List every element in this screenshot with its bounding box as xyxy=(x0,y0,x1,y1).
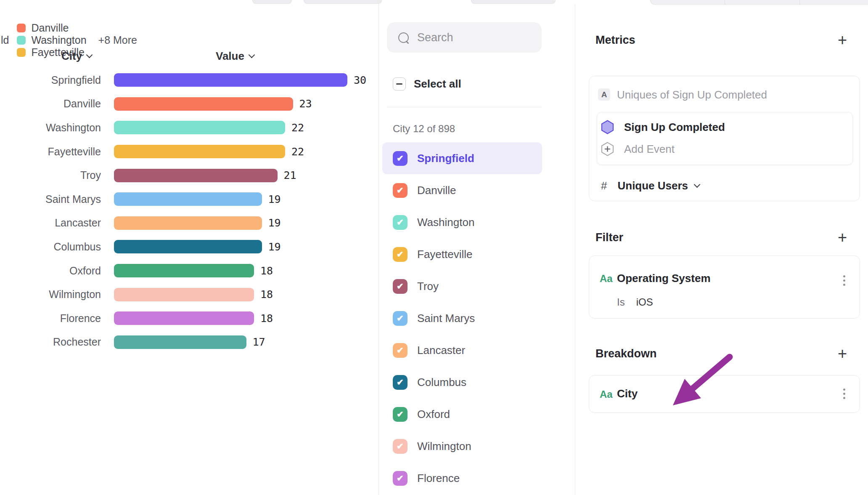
legend-item[interactable]: Washington xyxy=(17,34,86,46)
city-option[interactable]: ✔Troy xyxy=(382,270,542,302)
city-selector-panel: Search Select all City 12 of 898 ✔Spring… xyxy=(378,4,575,495)
chart-row: Saint Marys19 xyxy=(0,187,378,211)
city-checkbox[interactable]: ✔ xyxy=(393,343,408,358)
city-checkbox[interactable]: ✔ xyxy=(393,407,408,422)
chart-row: Wilmington18 xyxy=(0,282,378,306)
bar-value-label: 19 xyxy=(268,241,281,253)
kebab-menu-icon[interactable] xyxy=(842,387,847,401)
toolbar-chip xyxy=(304,0,382,4)
value-bar[interactable] xyxy=(114,145,285,158)
add-filter-button[interactable]: + xyxy=(834,229,851,246)
add-event-row[interactable]: Add Event xyxy=(601,139,675,159)
breakdown-section-title: Breakdown xyxy=(595,347,657,360)
city-option[interactable]: ✔Springfield xyxy=(382,142,542,174)
city-checkbox[interactable]: ✔ xyxy=(393,215,408,230)
city-option[interactable]: ✔Saint Marys xyxy=(382,302,542,334)
city-checkbox[interactable]: ✔ xyxy=(393,151,408,166)
city-option[interactable]: ✔Lancaster xyxy=(382,334,542,366)
city-checkbox[interactable]: ✔ xyxy=(393,471,408,486)
checkmark-icon: ✔ xyxy=(397,186,404,194)
city-option[interactable]: ✔Columbus xyxy=(382,366,542,398)
value-bar[interactable] xyxy=(114,335,246,349)
filter-condition-row[interactable]: Is iOS xyxy=(617,296,653,308)
chart-row: Troy21 xyxy=(0,163,378,187)
city-checkbox[interactable]: ✔ xyxy=(393,375,408,390)
add-breakdown-button[interactable]: + xyxy=(834,346,851,362)
value-bar[interactable] xyxy=(114,121,285,134)
checkmark-icon: ✔ xyxy=(397,410,404,418)
legend-swatch-icon xyxy=(17,36,26,45)
breakdown-property-label[interactable]: City xyxy=(617,387,638,400)
bar-value-label: 19 xyxy=(268,193,281,205)
filter-property-label[interactable]: Operating System xyxy=(617,272,711,285)
sort-header-value[interactable]: Value xyxy=(216,50,254,63)
city-header-label: City xyxy=(61,50,82,63)
legend-label: Washington xyxy=(31,34,86,46)
city-checkbox[interactable]: ✔ xyxy=(393,439,408,454)
chart-row: Lancaster19 xyxy=(0,211,378,235)
value-bar[interactable] xyxy=(114,240,262,253)
city-option-label: Washington xyxy=(417,216,474,229)
divider xyxy=(387,107,542,107)
result-count-label: City 12 of 898 xyxy=(393,123,455,135)
filter-section-title: Filter xyxy=(595,231,623,244)
chevron-down-icon xyxy=(86,52,93,59)
value-bar[interactable] xyxy=(114,288,254,301)
legend-more-label[interactable]: +8 More xyxy=(98,34,137,46)
legend-item[interactable]: Danville xyxy=(17,22,86,34)
checkmark-icon: ✔ xyxy=(397,474,404,482)
chart-row: Oxford18 xyxy=(0,259,378,283)
value-bar[interactable] xyxy=(114,216,262,230)
city-checkbox[interactable]: ✔ xyxy=(393,311,408,326)
city-checkbox[interactable]: ✔ xyxy=(393,247,408,262)
value-bar[interactable] xyxy=(114,73,347,87)
bar-value-label: 22 xyxy=(291,122,304,134)
bar-chart: Springfield30Danville23Washington22Fayet… xyxy=(0,68,378,354)
chart-row: Florence18 xyxy=(0,306,378,330)
filter-card: Aa Operating System Is iOS xyxy=(589,255,860,319)
chart-city-label: Oxford xyxy=(0,265,101,277)
sort-header-city[interactable]: City xyxy=(61,50,92,63)
measure-dropdown[interactable]: # Unique Users xyxy=(601,177,699,194)
bar-value-label: 18 xyxy=(260,288,273,301)
checkmark-icon: ✔ xyxy=(397,282,404,290)
bar-value-label: 18 xyxy=(260,312,273,325)
filter-operator-label[interactable]: Is xyxy=(617,296,625,308)
city-checkbox[interactable]: ✔ xyxy=(393,183,408,198)
value-bar[interactable] xyxy=(114,264,254,277)
select-all-checkbox[interactable] xyxy=(393,77,406,90)
city-option[interactable]: ✔Florence xyxy=(382,462,542,494)
add-metric-button[interactable]: + xyxy=(834,32,851,49)
chart-row: Rochester17 xyxy=(0,330,378,354)
city-option-label: Lancaster xyxy=(417,344,465,357)
toolbar-chip xyxy=(471,0,556,4)
event-row[interactable]: Sign Up Completed xyxy=(601,117,725,137)
city-option[interactable]: ✔Washington xyxy=(382,206,542,238)
value-bar[interactable] xyxy=(114,192,262,206)
add-event-label: Add Event xyxy=(624,143,675,156)
city-option[interactable]: ✔Wilmington xyxy=(382,430,542,462)
select-all-row[interactable]: Select all xyxy=(393,77,461,90)
search-input[interactable]: Search xyxy=(387,22,542,53)
value-bar[interactable] xyxy=(114,169,278,182)
value-bar[interactable] xyxy=(114,311,254,325)
city-option-label: Springfield xyxy=(417,152,474,165)
add-event-hexagon-icon xyxy=(601,142,614,156)
chart-row: Springfield30 xyxy=(0,68,378,92)
city-option[interactable]: ✔Oxford xyxy=(382,398,542,430)
bar-value-label: 23 xyxy=(299,98,312,110)
event-hexagon-icon xyxy=(601,120,614,134)
bar-value-label: 30 xyxy=(354,74,366,86)
kebab-menu-icon[interactable] xyxy=(842,274,847,287)
city-option[interactable]: ✔Danville xyxy=(382,174,542,206)
city-option[interactable]: ✔Fayetteville xyxy=(382,238,542,270)
filter-value-label[interactable]: iOS xyxy=(636,296,653,308)
legend-item-clipped[interactable]: ld xyxy=(1,34,9,46)
legend-swatch-icon xyxy=(17,24,26,32)
chart-city-label: Fayetteville xyxy=(0,146,101,158)
app-root: ld DanvilleWashingtonFayetteville +8 Mor… xyxy=(0,0,868,495)
city-checkbox[interactable]: ✔ xyxy=(393,279,408,294)
chart-row: Columbus19 xyxy=(0,235,378,259)
hash-icon: # xyxy=(601,179,607,192)
value-bar[interactable] xyxy=(114,97,293,111)
